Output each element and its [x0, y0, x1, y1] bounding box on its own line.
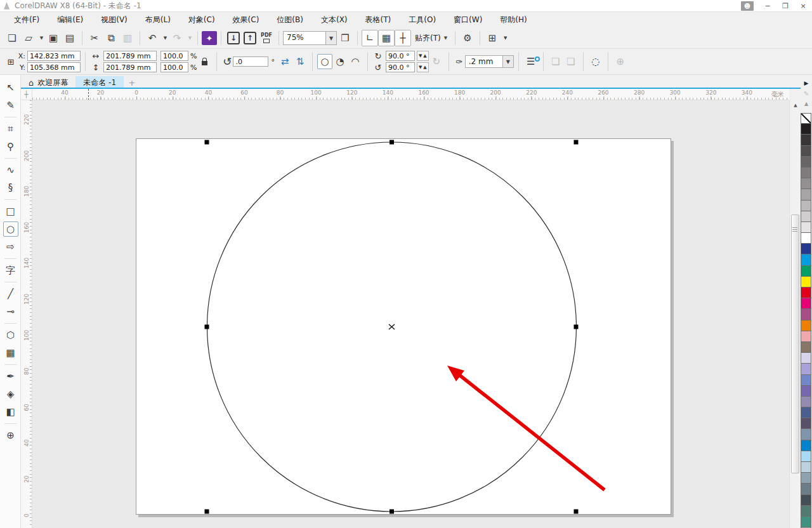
- account-avatar-icon[interactable]: ☻: [741, 1, 754, 11]
- publish-to-pdf-button[interactable]: PDF: [258, 30, 275, 46]
- mirror-horizontal-button[interactable]: ⇄: [277, 54, 292, 69]
- swatch-gray-blue[interactable]: [801, 473, 811, 484]
- import-button[interactable]: ↓: [225, 30, 242, 46]
- drawing-canvas[interactable]: [32, 100, 789, 528]
- convert-to-curve-button[interactable]: ◌: [588, 54, 603, 69]
- snap-to-button[interactable]: 贴齐(T)▼: [411, 30, 451, 46]
- zoom-dropdown-icon[interactable]: ▼: [326, 31, 337, 45]
- zoom-level-combo[interactable]: 75% ▼: [283, 31, 337, 45]
- selection-handle[interactable]: [390, 510, 394, 514]
- selection-handle[interactable]: [205, 510, 209, 514]
- swatch-charcoal[interactable]: [801, 495, 811, 506]
- selection-handle[interactable]: [205, 325, 209, 329]
- extrude-tool[interactable]: ⬡: [0, 326, 21, 344]
- swatch-blue[interactable]: [801, 244, 811, 254]
- object-center-marker[interactable]: [389, 324, 395, 329]
- zoom-tool[interactable]: ⚲: [0, 138, 21, 155]
- freehand-tool[interactable]: ∿: [0, 161, 21, 179]
- swatch-pale-blue[interactable]: [801, 462, 811, 473]
- swatch-gray-80[interactable]: [801, 146, 811, 157]
- scale-y-field[interactable]: 100.0: [160, 62, 188, 72]
- swatch-magenta[interactable]: [801, 298, 811, 309]
- swatch-violet[interactable]: [801, 386, 811, 397]
- show-rulers-button[interactable]: ∟: [362, 30, 378, 46]
- show-grid-button[interactable]: ▦: [378, 30, 395, 46]
- end-angle-field[interactable]: 90.0 °: [386, 62, 415, 72]
- selection-handle[interactable]: [574, 325, 579, 329]
- more-tools-button[interactable]: ⊕: [0, 426, 21, 444]
- swatch-gray-50[interactable]: [801, 178, 811, 189]
- zoom-level-value[interactable]: 75%: [283, 31, 326, 45]
- palette-flyout-icon[interactable]: ▶: [804, 80, 809, 86]
- vertical-scrollbar[interactable]: ▲: [789, 100, 801, 528]
- menu-table[interactable]: 表格(T): [357, 13, 400, 27]
- application-launcher-button[interactable]: ⊞: [484, 30, 501, 46]
- open-dropdown-icon[interactable]: ▼: [38, 30, 45, 46]
- transparency-tool[interactable]: ▦: [0, 344, 21, 362]
- swatch-gray-70[interactable]: [801, 157, 811, 168]
- swatch-orange[interactable]: [801, 320, 811, 331]
- swatch-slate[interactable]: [801, 484, 811, 494]
- menu-effects[interactable]: 效果(C): [224, 13, 268, 27]
- ellipse-mode-button[interactable]: ○: [317, 54, 332, 69]
- common-shapes-tool[interactable]: ⇨: [0, 238, 21, 256]
- swatch-gray-40[interactable]: [801, 189, 811, 200]
- export-button[interactable]: ↑: [242, 30, 258, 46]
- selection-handle[interactable]: [574, 140, 579, 145]
- start-angle-spinner[interactable]: ▼▲: [417, 51, 429, 61]
- swatch-muted-purple[interactable]: [801, 397, 811, 407]
- swatch-gray-10[interactable]: [801, 222, 811, 233]
- menu-text[interactable]: 文本(X): [312, 13, 357, 27]
- menu-window[interactable]: 窗口(W): [445, 13, 491, 27]
- swatch-green[interactable]: [801, 266, 811, 277]
- y-position-field[interactable]: 105.368 mm: [27, 62, 81, 72]
- launcher-dropdown-icon[interactable]: ▼: [502, 30, 509, 46]
- menu-help[interactable]: 帮助(H): [491, 13, 535, 27]
- order-backward-button[interactable]: ❏: [563, 54, 579, 69]
- new-tab-button[interactable]: +: [124, 76, 140, 89]
- palette-scroll-up-icon[interactable]: ▲: [804, 101, 808, 107]
- outline-width-value[interactable]: .2 mm: [465, 55, 503, 68]
- swatch-gray-60[interactable]: [801, 168, 811, 178]
- pie-mode-button[interactable]: ◔: [332, 54, 348, 69]
- swatch-red[interactable]: [801, 287, 811, 298]
- x-position-field[interactable]: 142.823 mm: [27, 51, 81, 61]
- fullscreen-preview-button[interactable]: ❒: [337, 30, 353, 46]
- lock-ratio-button[interactable]: [197, 54, 212, 69]
- new-document-button[interactable]: ❏: [4, 30, 20, 46]
- object-height-field[interactable]: 201.789 mm: [103, 62, 157, 72]
- swatch-black[interactable]: [801, 124, 811, 135]
- rectangle-tool[interactable]: □: [0, 202, 21, 220]
- swatch-dark-teal[interactable]: [801, 506, 811, 517]
- swatch-yellow[interactable]: [801, 277, 811, 287]
- swatch-lavender[interactable]: [801, 364, 811, 374]
- swatch-blue-gray[interactable]: [801, 429, 811, 440]
- change-direction-button[interactable]: ↻: [429, 54, 444, 69]
- swatch-gray-30[interactable]: [801, 201, 811, 211]
- show-guidelines-button[interactable]: ┼: [395, 30, 411, 46]
- ellipse-tool[interactable]: ○: [0, 220, 21, 238]
- start-angle-field[interactable]: 90.0 °: [386, 51, 415, 61]
- outline-width-combo[interactable]: .2 mm ▼: [465, 55, 514, 69]
- menu-edit[interactable]: 编辑(E): [48, 13, 92, 27]
- options-gear-button[interactable]: ⚙: [459, 30, 476, 46]
- shape-tool[interactable]: ✎: [0, 96, 21, 114]
- swatch-pale-lavender[interactable]: [801, 353, 811, 364]
- swatch-light-blue[interactable]: [801, 451, 811, 462]
- search-content-button[interactable]: ✦: [202, 31, 217, 45]
- color-eyedropper-tool[interactable]: ✒: [0, 367, 21, 385]
- pick-tool[interactable]: ↖: [0, 79, 21, 96]
- arc-mode-button[interactable]: ◠: [348, 54, 363, 69]
- swatch-gray-20[interactable]: [801, 211, 811, 222]
- menu-layout[interactable]: 布局(L): [136, 13, 180, 27]
- crop-tool[interactable]: ⌗: [0, 120, 21, 138]
- scale-x-field[interactable]: 100.0: [160, 51, 188, 61]
- interactive-fill-tool[interactable]: ◈: [0, 385, 21, 403]
- swatch-taupe[interactable]: [801, 342, 811, 353]
- selection-handle[interactable]: [574, 510, 579, 514]
- swatch-bright-blue[interactable]: [801, 440, 811, 451]
- tab-document-untitled[interactable]: 未命名 -1: [75, 76, 124, 89]
- swatch-cyan[interactable]: [801, 254, 811, 265]
- print-button[interactable]: ▤: [62, 30, 78, 46]
- undo-button[interactable]: ↶: [144, 30, 160, 46]
